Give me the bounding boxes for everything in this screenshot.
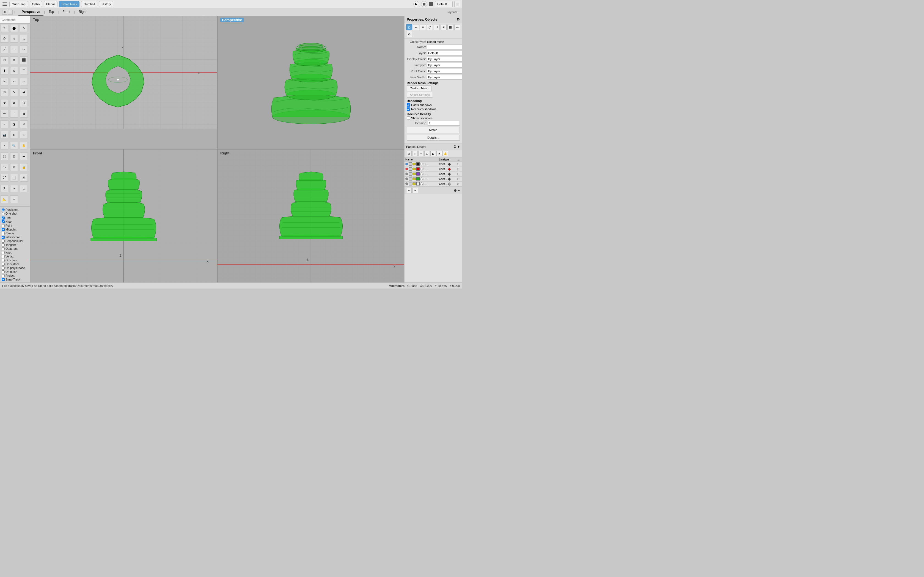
status-units[interactable]: Millimeters [389, 284, 404, 287]
tool-hatch[interactable]: ▦ [20, 110, 28, 118]
viewport-grid-icon[interactable]: ⊞ [2, 10, 7, 15]
tool-mirror[interactable]: ⇌ [20, 89, 28, 96]
snap-vertex-checkbox[interactable] [2, 255, 5, 258]
snap-intersection-checkbox[interactable] [2, 236, 5, 239]
layer-input[interactable] [427, 50, 462, 55]
layer-material-icon[interactable] [412, 172, 416, 175]
tool-array[interactable]: ⊞ [20, 99, 28, 107]
layer-linetype-diamond[interactable] [448, 168, 451, 171]
gumball-button[interactable]: Gumball [81, 1, 97, 7]
tool-extrude[interactable]: ⬆ [0, 67, 8, 75]
match-button[interactable]: Match [407, 127, 460, 133]
tool-circle[interactable]: ○ [10, 35, 18, 43]
default-dropdown[interactable]: Default [435, 1, 453, 7]
layers-dropdown-icon[interactable]: ▼ [457, 189, 460, 192]
tool-mesh[interactable]: ⌗ [10, 56, 18, 64]
tool-offset[interactable]: ↔ [20, 78, 28, 85]
snap-on-curve-checkbox[interactable] [2, 259, 5, 262]
tool-history[interactable]: ⟳ [10, 185, 18, 192]
layers-remove-icon[interactable]: − [412, 188, 418, 193]
command-input[interactable] [0, 16, 30, 24]
snap-on-surface-checkbox[interactable] [2, 263, 5, 266]
tool-text[interactable]: T [10, 110, 18, 118]
layer-visibility-dot[interactable] [405, 168, 408, 170]
layer-material-icon[interactable] [412, 182, 416, 185]
layouts-button[interactable]: Layouts... [447, 10, 460, 14]
layer-linetype-diamond[interactable] [448, 172, 451, 176]
prop-icon-render[interactable]: ⬡ [427, 24, 433, 30]
receives-shadows-checkbox[interactable] [407, 108, 410, 111]
prop-icon-light[interactable]: ☀ [441, 24, 447, 30]
layer-row[interactable]: L... Conti... S [404, 182, 462, 187]
layer-print-circle[interactable] [420, 163, 423, 165]
tool-zoom-win[interactable]: ⬚ [0, 153, 8, 160]
tool-visibility[interactable]: 👁 [10, 163, 18, 171]
adjust-settings-button[interactable]: Adjust Settings [407, 92, 433, 98]
layer-row[interactable]: L... Conti... S [404, 167, 462, 172]
layer-print-circle[interactable] [420, 168, 423, 170]
snap-midpoint-checkbox[interactable] [2, 228, 5, 231]
layer-lock-icon[interactable] [409, 182, 412, 185]
tool-poly[interactable]: ⬡ [0, 35, 8, 43]
snap-on-mesh-checkbox[interactable] [2, 270, 5, 273]
prop-icon-object[interactable]: ◻ [406, 24, 412, 30]
tool-block[interactable]: ⬜ [10, 174, 18, 182]
linetype-input[interactable] [427, 63, 462, 68]
layer-material-icon[interactable] [412, 163, 416, 165]
tool-surface[interactable]: ◻ [0, 56, 8, 64]
tool-measure[interactable]: 📐 [0, 195, 8, 203]
stop-button[interactable] [421, 1, 427, 7]
snap-smarttrack-checkbox[interactable] [2, 278, 5, 281]
layer-print-circle[interactable] [420, 177, 423, 180]
tool-properties[interactable]: ℹ [20, 185, 28, 192]
layer-visibility-dot[interactable] [405, 163, 408, 165]
layer-color-swatch[interactable] [416, 177, 420, 181]
layers-icon-5[interactable]: ⊔ [430, 151, 436, 156]
snap-project-checkbox[interactable] [2, 274, 5, 277]
viewport-perspective[interactable]: Perspective [217, 16, 404, 149]
tool-camera[interactable]: 📷 [0, 131, 8, 139]
tool-spline[interactable]: 〜 [20, 46, 28, 53]
snap-end-checkbox[interactable] [2, 216, 5, 219]
snap-center-checkbox[interactable] [2, 232, 5, 235]
layers-icon-4[interactable]: ⬡ [424, 151, 430, 156]
planar-button[interactable]: Planar [44, 1, 58, 7]
layer-material-icon[interactable] [412, 168, 416, 170]
layers-icon-1[interactable]: ⊕ [406, 151, 412, 156]
tool-render[interactable]: ◑ [10, 120, 18, 128]
tab-right[interactable]: Right [75, 8, 90, 16]
tool-line[interactable]: ╱ [0, 46, 8, 53]
tool-arc[interactable]: ◡ [20, 35, 28, 43]
tool-boolean[interactable]: ⊕ [10, 67, 18, 75]
layers-icon-3[interactable]: ⌗ [418, 151, 424, 156]
tool-extra[interactable]: + [10, 195, 18, 203]
grid-snap-button[interactable]: Grid Snap [9, 1, 28, 7]
tool-rotate[interactable]: ↻ [0, 89, 8, 96]
tool-copy[interactable]: ⧉ [10, 99, 18, 107]
smart-track-button[interactable]: SmartTrack [59, 1, 79, 7]
tool-import[interactable]: ⊻ [20, 174, 28, 182]
snap-perpendicular-checkbox[interactable] [2, 240, 5, 243]
layer-visibility-dot[interactable] [405, 182, 408, 185]
tool-zoom-ext[interactable]: ⊡ [10, 153, 18, 160]
tool-fillet[interactable]: ⌒ [20, 67, 28, 75]
tool-light[interactable]: ☀ [20, 120, 28, 128]
viewport-right[interactable]: Right z y [217, 150, 404, 282]
snap-near-checkbox[interactable] [2, 220, 5, 223]
persistent-radio[interactable] [2, 208, 5, 211]
tool-curve[interactable]: ∿ [20, 24, 28, 32]
layer-row[interactable]: L... Conti... S [404, 172, 462, 177]
snap-knot-checkbox[interactable] [2, 251, 5, 254]
prop-icon-mesh[interactable]: ⌗ [420, 24, 426, 30]
tool-layer[interactable]: ≡ [0, 120, 8, 128]
record-button[interactable] [429, 2, 433, 6]
history-button[interactable]: History [99, 1, 113, 7]
layer-material-icon[interactable] [412, 177, 416, 180]
ortho-button[interactable]: Ortho [30, 1, 42, 7]
show-isocurves-checkbox[interactable] [407, 116, 410, 120]
layer-color-swatch[interactable] [416, 182, 420, 185]
layer-color-swatch[interactable] [416, 163, 420, 166]
layers-icon-6[interactable]: ☀ [436, 151, 442, 156]
tool-move[interactable]: ✛ [0, 99, 8, 107]
layers-settings-icon[interactable]: ⚙ [454, 189, 457, 193]
